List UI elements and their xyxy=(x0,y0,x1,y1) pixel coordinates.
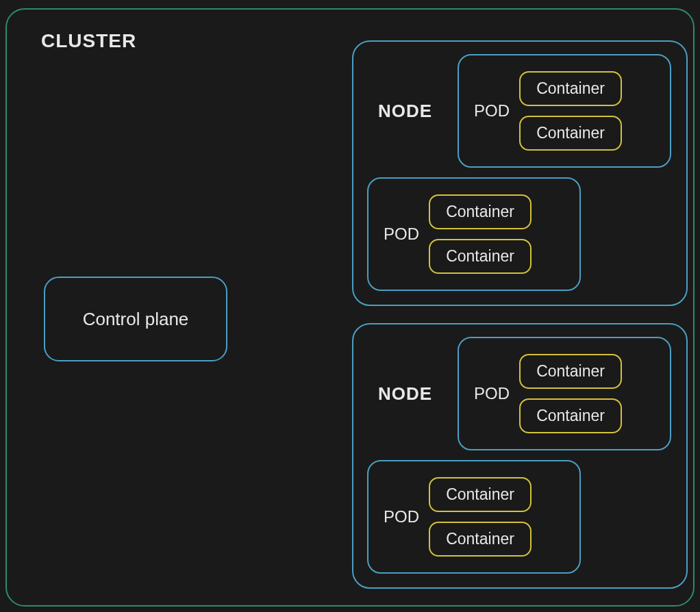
node-box: NODE POD Container Container POD Contain… xyxy=(352,40,688,306)
pod-label: POD xyxy=(474,101,510,120)
node-label: NODE xyxy=(378,383,432,405)
container-box: Container xyxy=(519,398,622,433)
pod-box: POD Container Container xyxy=(458,337,671,450)
container-stack: Container Container xyxy=(429,477,532,557)
control-plane-box: Control plane xyxy=(44,277,227,361)
control-plane-label: Control plane xyxy=(83,309,189,330)
container-box: Container xyxy=(429,522,532,557)
container-box: Container xyxy=(429,239,532,274)
pod-label: POD xyxy=(384,225,419,244)
container-stack: Container Container xyxy=(519,354,622,433)
pod-label: POD xyxy=(384,507,419,526)
container-box: Container xyxy=(519,116,622,151)
container-box: Container xyxy=(429,477,532,512)
container-stack: Container Container xyxy=(429,194,532,274)
pod-label: POD xyxy=(474,384,510,403)
container-box: Container xyxy=(519,354,622,389)
container-box: Container xyxy=(519,71,622,106)
cluster-box: CLUSTER Control plane NODE POD Container… xyxy=(5,8,695,607)
node-label: NODE xyxy=(378,101,432,122)
container-box: Container xyxy=(429,194,532,229)
pod-box: POD Container Container xyxy=(367,177,581,291)
pod-box: POD Container Container xyxy=(367,460,581,574)
pod-box: POD Container Container xyxy=(458,54,671,168)
node-box: NODE POD Container Container POD Contain… xyxy=(352,323,688,589)
container-stack: Container Container xyxy=(519,71,622,151)
